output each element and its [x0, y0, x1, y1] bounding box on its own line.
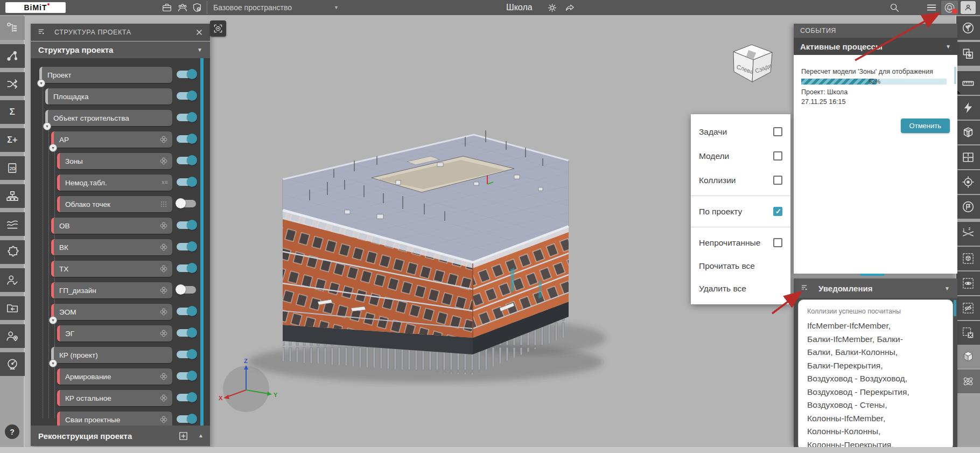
help-button[interactable]: ?	[5, 424, 19, 439]
tree-item[interactable]: ВК	[31, 236, 210, 258]
flash-icon[interactable]	[956, 96, 980, 120]
axes-icon[interactable]: 12	[956, 222, 980, 246]
notifications-header[interactable]: Уведомления ▼	[794, 278, 957, 298]
floorplan-icon[interactable]	[956, 145, 980, 169]
list-menu-icon[interactable]	[925, 1, 939, 14]
navigation-cube[interactable]: Слева Сзади	[733, 45, 772, 82]
tree-item-pill[interactable]: Сваи проектные	[57, 412, 172, 426]
visibility-toggle[interactable]	[177, 264, 196, 272]
tree-item-pill[interactable]: ЭОМ	[51, 304, 172, 320]
tree-item[interactable]: ТХ	[31, 258, 210, 280]
briefcase-icon[interactable]	[160, 1, 174, 14]
checkbox[interactable]	[773, 176, 782, 185]
active-processes-header[interactable]: Активные процессы ▼	[794, 38, 957, 55]
user-tasks-icon[interactable]	[0, 268, 25, 292]
visibility-toggle[interactable]	[177, 394, 196, 401]
notification-card[interactable]: Коллизии успешно посчитаны IfcMember-Ifc…	[798, 299, 953, 450]
show-eye-icon[interactable]	[956, 271, 980, 295]
orbit-icon[interactable]	[956, 370, 980, 393]
app-logo[interactable]: BiMiT	[5, 2, 66, 13]
dependencies-icon[interactable]	[0, 44, 25, 68]
structure-section-header[interactable]: Структура проекта ▼	[31, 41, 210, 58]
user-location-icon[interactable]	[0, 324, 25, 348]
checkbox[interactable]	[773, 127, 782, 136]
plugins-icon[interactable]	[0, 240, 25, 264]
tree-item[interactable]: Сваи проектные	[31, 409, 210, 426]
caret-down-icon[interactable]: ▼	[197, 47, 202, 53]
menu-item-delete-all[interactable]: Удалить все	[691, 277, 790, 300]
visibility-toggle[interactable]	[177, 92, 196, 100]
tree-item-pill[interactable]: ГП_дизайн	[51, 282, 172, 298]
tree-item[interactable]: АР	[31, 129, 210, 150]
user-profile-icon[interactable]	[961, 1, 976, 14]
menu-item-by-project[interactable]: По проекту	[691, 199, 790, 224]
ruler-icon[interactable]	[956, 71, 980, 95]
menu-item-unread[interactable]: Непрочитанные	[691, 231, 790, 255]
checkbox-checked[interactable]	[773, 207, 782, 216]
visibility-toggle[interactable]	[177, 372, 196, 380]
checkbox[interactable]	[773, 151, 782, 161]
tree-item-pill[interactable]: Площадка	[45, 88, 172, 104]
visibility-toggle[interactable]	[177, 114, 196, 121]
flag-icon[interactable]	[956, 195, 980, 219]
tree-item[interactable]: КР (проект)	[31, 344, 210, 366]
close-icon[interactable]	[194, 27, 205, 38]
tree-item-pill[interactable]: ТХ	[51, 261, 172, 277]
selection-shapes-icon[interactable]	[956, 42, 980, 66]
gear-icon[interactable]	[545, 1, 559, 14]
menu-item-collisions[interactable]: Коллизии	[691, 168, 790, 192]
tree-item-pill[interactable]: КР (проект)	[51, 347, 172, 363]
environment-tree-icon[interactable]	[956, 16, 980, 40]
tree-item-pill[interactable]: Армирование	[57, 368, 172, 385]
visibility-toggle[interactable]	[177, 135, 196, 143]
caret-up-icon[interactable]: ▲	[198, 433, 204, 438]
tree-item-pill[interactable]: Облако точек	[57, 196, 172, 212]
tree-item-pill[interactable]: ОВ	[51, 218, 172, 234]
focus-target-icon[interactable]	[956, 170, 980, 194]
add-plus-icon[interactable]	[178, 431, 188, 441]
hide-eye-icon[interactable]	[956, 296, 980, 320]
visibility-toggle[interactable]	[177, 308, 196, 315]
events-scrollbar[interactable]	[954, 67, 956, 84]
project-structure-icon[interactable]	[0, 16, 25, 40]
menu-item-tasks[interactable]: Задачи	[691, 120, 790, 144]
tree-item[interactable]: ЭГ	[31, 323, 210, 344]
search-icon[interactable]	[887, 1, 901, 14]
tree-item[interactable]: Армирование	[31, 366, 210, 387]
clear-selection-icon[interactable]	[956, 321, 980, 345]
isolate-cube-icon[interactable]	[956, 247, 980, 270]
tree-item[interactable]: Проект	[31, 64, 210, 86]
sum-icon[interactable]: Σ	[0, 100, 25, 124]
visibility-toggle[interactable]	[177, 243, 196, 250]
menu-item-models[interactable]: Модели	[691, 144, 790, 168]
visibility-toggle[interactable]	[177, 329, 196, 337]
tree-item-pill[interactable]: Немод.табл. x≡	[57, 175, 172, 191]
tree-item[interactable]: Зоны	[31, 150, 210, 172]
charts-icon[interactable]	[0, 212, 25, 236]
shield-account-icon[interactable]	[190, 1, 204, 14]
visibility-toggle[interactable]	[177, 157, 196, 164]
workspace-selector[interactable]: Базовое пространство	[213, 0, 292, 15]
tree-item-pill[interactable]: КР остальное	[57, 390, 172, 406]
import-folder-icon[interactable]	[0, 296, 25, 320]
cancel-button[interactable]: Отменить	[901, 119, 950, 133]
view-cube-icon[interactable]	[956, 345, 980, 368]
share-icon[interactable]	[563, 1, 577, 14]
tree-item-pill[interactable]: Проект	[39, 67, 172, 83]
fit-view-button[interactable]	[210, 20, 226, 37]
visibility-toggle[interactable]	[177, 200, 196, 207]
tree-item-pill[interactable]: АР	[51, 131, 172, 148]
tree-item[interactable]: ГП_дизайн	[31, 280, 210, 301]
visibility-toggle[interactable]	[177, 286, 196, 294]
notifications-scrollbar[interactable]	[954, 300, 956, 316]
caret-down-icon[interactable]: ▼	[946, 44, 951, 50]
tree-item[interactable]: ОВ	[31, 215, 210, 236]
tree-item-pill[interactable]: Зоны	[57, 153, 172, 169]
tree-item-pill[interactable]: ВК	[51, 239, 172, 255]
caret-down-icon[interactable]: ▼	[334, 0, 339, 15]
tree-item[interactable]: ЭОМ	[31, 301, 210, 323]
section-cube-icon[interactable]	[956, 121, 980, 144]
visibility-toggle[interactable]	[177, 221, 196, 229]
panel-splitter[interactable]	[860, 274, 884, 276]
sheet-2d-icon[interactable]: 2D	[0, 156, 25, 180]
